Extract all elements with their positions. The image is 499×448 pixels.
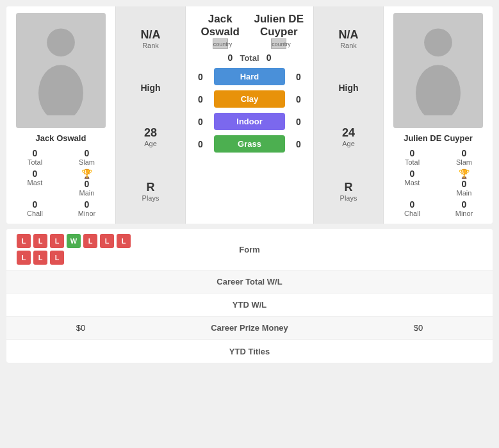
hard-score-left: 0 <box>191 72 210 82</box>
grass-button[interactable]: Grass <box>214 135 285 153</box>
form-badge-5: L <box>100 234 114 248</box>
form-badge-8: L <box>33 251 47 265</box>
ytd-wl-row: YTD W/L <box>6 294 493 317</box>
mid-plays-left: R Plays <box>142 181 160 202</box>
player-right-stats: 0 Total 0 Slam 0 Mast 🏆 0 Main 0 <box>389 148 487 217</box>
center-right-name: Julien DE Cuyper country <box>250 13 309 50</box>
mid-age-left: 28 Age <box>144 126 157 147</box>
ytd-wl-label: YTD W/L <box>145 300 354 310</box>
form-badges-container: L L L W L L L L L L <box>17 234 145 265</box>
surface-row-indoor: 0 Indoor 0 <box>191 113 308 130</box>
career-prize-label: Career Prize Money <box>145 323 354 333</box>
country-left: country <box>191 38 250 49</box>
total-row: 0 Total 0 <box>220 53 278 63</box>
stat-mast-right: 0 Mast <box>389 169 436 197</box>
mid-rank-right: N/A Rank <box>339 28 359 49</box>
clay-score-right: 0 <box>289 94 308 104</box>
trophy-icon-right: 🏆 <box>459 169 470 179</box>
career-prize-left: $0 <box>17 323 145 333</box>
svg-point-3 <box>416 65 461 115</box>
form-badge-4: L <box>83 234 97 248</box>
country-right: country <box>250 38 309 49</box>
clay-button[interactable]: Clay <box>214 90 285 108</box>
mid-high-right: High <box>338 83 358 93</box>
career-prize-row: $0 Career Prize Money $0 <box>6 317 493 340</box>
player-right-mid-stats: N/A Rank High 24 Age R Plays <box>313 6 384 224</box>
trophy-icon-left: 🏆 <box>81 169 92 179</box>
career-prize-right: $0 <box>354 323 482 333</box>
form-badge-3: W <box>67 234 81 248</box>
clay-score-left: 0 <box>191 94 210 104</box>
form-badge-0: L <box>17 234 31 248</box>
career-total-label: Career Total W/L <box>145 277 354 286</box>
player-right-card: Julien DE Cuyper 0 Total 0 Slam 0 Mast 🏆… <box>384 6 493 224</box>
indoor-score-left: 0 <box>191 117 210 127</box>
total-score-left: 0 <box>220 53 240 63</box>
hard-score-right: 0 <box>289 72 308 82</box>
form-badge-6: L <box>117 234 131 248</box>
mid-age-right: 24 Age <box>342 126 355 147</box>
player-left-card: Jack Oswald 0 Total 0 Slam 0 Mast 🏆 0 M <box>6 6 115 224</box>
stat-minor-right: 0 Minor <box>441 199 487 217</box>
stat-slam-left: 0 Slam <box>63 148 110 166</box>
grass-score-right: 0 <box>289 139 308 149</box>
center-left-name: Jack Oswald country <box>191 13 250 50</box>
hard-button[interactable]: Hard <box>214 68 285 85</box>
total-score-right: 0 <box>259 53 279 63</box>
stat-chall-left: 0 Chall <box>12 199 58 217</box>
svg-point-1 <box>38 65 83 115</box>
surface-rows: 0 Hard 0 0 Clay 0 0 Indoor 0 0 Grass <box>191 68 308 158</box>
player-left-mid-stats: N/A Rank High 28 Age R Plays <box>115 6 186 224</box>
bottom-stats-section: L L L W L L L L L L Form Career Total W/… <box>6 229 493 363</box>
grass-score-left: 0 <box>191 139 210 149</box>
mid-plays-right: R Plays <box>340 181 357 202</box>
main-container: Jack Oswald 0 Total 0 Slam 0 Mast 🏆 0 M <box>0 0 499 369</box>
stat-main-left: 🏆 0 Main <box>63 169 110 197</box>
svg-point-0 <box>47 28 75 56</box>
stat-minor-left: 0 Minor <box>63 199 110 217</box>
form-badge-2: L <box>50 234 64 248</box>
stat-total-left: 0 Total <box>12 148 58 166</box>
player-left-avatar <box>16 13 106 128</box>
avatar-silhouette-left <box>32 26 90 115</box>
ytd-titles-row: YTD Titles <box>6 340 493 363</box>
right-name-line1: Julien DE <box>250 13 309 26</box>
form-label: Form <box>145 245 354 254</box>
indoor-score-right: 0 <box>289 117 308 127</box>
form-badge-1: L <box>33 234 47 248</box>
total-label: Total <box>240 53 259 63</box>
surface-row-hard: 0 Hard 0 <box>191 68 308 85</box>
form-badge-9: L <box>50 251 64 265</box>
player-left-stats: 0 Total 0 Slam 0 Mast 🏆 0 Main 0 <box>12 148 110 217</box>
mid-high-left: High <box>140 83 160 93</box>
form-badges-left: L L L W L L L L L L <box>17 234 145 265</box>
player-right-avatar <box>393 13 483 128</box>
players-comparison: Jack Oswald 0 Total 0 Slam 0 Mast 🏆 0 M <box>6 6 493 224</box>
stat-mast-left: 0 Mast <box>12 169 58 197</box>
svg-point-2 <box>424 28 452 56</box>
indoor-button[interactable]: Indoor <box>214 113 285 130</box>
form-row: L L L W L L L L L L Form <box>6 229 493 270</box>
ytd-titles-label: YTD Titles <box>145 347 354 356</box>
form-badge-7: L <box>17 251 31 265</box>
surface-row-clay: 0 Clay 0 <box>191 90 308 108</box>
right-name-line2: Cuyper <box>250 26 309 38</box>
surface-row-grass: 0 Grass 0 <box>191 135 308 153</box>
avatar-silhouette-right <box>409 26 467 115</box>
stat-total-right: 0 Total <box>389 148 436 166</box>
player-right-name: Julien DE Cuyper <box>404 133 473 143</box>
stat-slam-right: 0 Slam <box>441 148 487 166</box>
stat-main-right: 🏆 0 Main <box>441 169 487 197</box>
center-column: Jack Oswald country Julien DE Cuyper cou… <box>186 6 313 224</box>
stat-chall-right: 0 Chall <box>389 199 436 217</box>
mid-rank-left: N/A Rank <box>141 28 161 49</box>
player-left-name: Jack Oswald <box>36 133 86 143</box>
career-total-row: Career Total W/L <box>6 270 493 294</box>
